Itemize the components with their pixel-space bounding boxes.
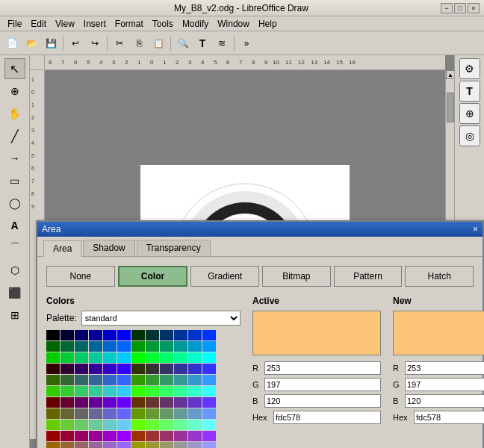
tb-zoom[interactable]: 🔍 [174,34,192,52]
color-cell[interactable] [75,442,88,448]
color-cell[interactable] [188,420,202,430]
color-cell[interactable] [188,408,202,419]
color-cell[interactable] [60,341,74,352]
none-button[interactable]: None [46,266,115,287]
color-cell[interactable] [60,397,74,408]
g-input-new[interactable] [405,378,484,391]
color-cell[interactable] [103,352,117,363]
tb-save[interactable]: 💾 [42,34,60,52]
color-cell[interactable] [174,431,187,441]
color-cell[interactable] [46,352,60,363]
color-cell[interactable] [202,442,216,448]
color-cell[interactable] [46,364,60,374]
color-cell[interactable] [46,397,60,408]
menu-insert[interactable]: Insert [79,17,111,31]
menu-modify[interactable]: Modify [178,17,213,31]
color-cell[interactable] [131,408,145,419]
color-cell[interactable] [131,364,145,374]
tool-curve[interactable]: ⌒ [4,237,25,258]
color-cell[interactable] [146,330,159,340]
hex-input-active[interactable] [273,411,381,424]
bitmap-button[interactable]: Bitmap [262,266,331,287]
tool-zoom-lt[interactable]: ⊕ [4,81,25,102]
tab-area[interactable]: Area [43,240,81,257]
color-cell[interactable] [160,341,173,352]
color-cell[interactable] [46,420,60,430]
tool-pan[interactable]: ✋ [4,103,25,124]
tb-copy[interactable]: ⎘ [130,34,148,52]
color-cell[interactable] [60,375,74,385]
color-cell[interactable] [174,408,187,419]
color-cell[interactable] [146,341,159,352]
color-cell[interactable] [75,397,88,408]
color-cell[interactable] [131,442,145,448]
color-cell[interactable] [46,431,60,441]
tab-transparency[interactable]: Transparency [137,240,211,256]
color-cell[interactable] [60,364,74,374]
color-cell[interactable] [60,352,74,363]
tb-open[interactable]: 📂 [22,34,40,52]
color-cell[interactable] [131,397,145,408]
color-cell[interactable] [89,352,102,363]
b-input-active[interactable] [264,394,381,408]
color-cell[interactable] [89,386,102,396]
color-cell[interactable] [89,442,102,448]
color-cell[interactable] [146,431,159,441]
color-cell[interactable] [60,442,74,448]
color-cell[interactable] [117,397,131,408]
color-cell[interactable] [89,431,102,441]
color-cell[interactable] [146,408,159,419]
rt-gear[interactable]: ⚙ [459,58,480,79]
color-cell[interactable] [103,330,117,340]
color-cell[interactable] [188,341,202,352]
color-cell[interactable] [131,375,145,385]
color-cell[interactable] [174,330,187,340]
color-cell[interactable] [75,420,88,430]
color-cell[interactable] [131,431,145,441]
color-cell[interactable] [202,352,216,363]
color-cell[interactable] [117,341,131,352]
color-cell[interactable] [103,420,117,430]
color-cell[interactable] [202,420,216,430]
color-cell[interactable] [188,442,202,448]
color-cell[interactable] [202,408,216,419]
color-cell[interactable] [160,408,173,419]
r-input-active[interactable] [264,361,381,375]
color-cell[interactable] [174,442,187,448]
color-cell[interactable] [117,420,131,430]
tool-arrow[interactable]: → [4,148,25,169]
color-cell[interactable] [75,431,88,441]
color-cell[interactable] [146,364,159,374]
hatch-button[interactable]: Hatch [405,266,474,287]
color-cell[interactable] [188,330,202,340]
color-cell[interactable] [103,442,117,448]
color-cell[interactable] [103,364,117,374]
color-cell[interactable] [146,420,159,430]
color-cell[interactable] [75,364,88,374]
color-cell[interactable] [89,364,102,374]
color-cell[interactable] [117,431,131,441]
maximize-button[interactable]: □ [454,3,466,13]
color-cell[interactable] [46,408,60,419]
color-cell[interactable] [131,386,145,396]
color-cell[interactable] [117,375,131,385]
tool-polygon[interactable]: ⬡ [4,260,25,281]
hex-input-new[interactable] [414,411,484,424]
color-cell[interactable] [188,364,202,374]
color-cell[interactable] [174,386,187,396]
color-cell[interactable] [103,408,117,419]
color-cell[interactable] [46,442,60,448]
color-cell[interactable] [174,397,187,408]
close-button[interactable]: × [468,3,480,13]
color-cell[interactable] [202,431,216,441]
b-input-new[interactable] [405,394,484,408]
color-cell[interactable] [117,386,131,396]
tb-cut[interactable]: ✂ [111,34,128,52]
scroll-up-btn[interactable]: ▲ [446,70,454,79]
color-cell[interactable] [174,375,187,385]
tool-ellipse[interactable]: ◯ [4,193,25,214]
tool-line[interactable]: ╱ [4,125,25,146]
color-cell[interactable] [75,341,88,352]
tool-fill[interactable]: ⬛ [4,282,25,303]
color-cell[interactable] [160,397,173,408]
